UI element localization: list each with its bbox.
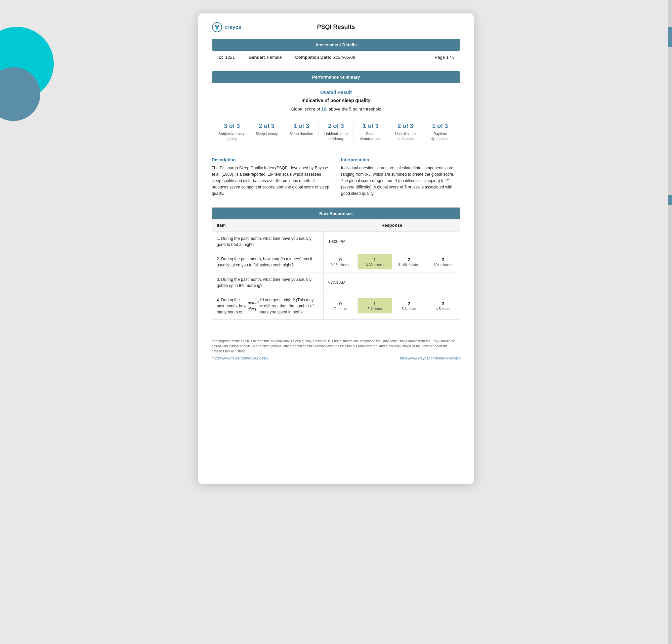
metric-label: Daytime dysfunction [431, 132, 449, 141]
interpretation-text: Individual question scores are calculate… [341, 165, 460, 197]
privacy-link[interactable]: https://www.creyos.com/privacy-policy [212, 356, 268, 360]
response-option: 1 16-30 minutes [358, 254, 392, 269]
table-header-row: Item Response [212, 219, 460, 231]
th-item: Item [212, 219, 324, 231]
table-cell-item: 3. During the past month, what time have… [212, 272, 324, 293]
option-label: 60+ minutes [434, 263, 452, 267]
global-score-line: Global score of 12, above the 5 point th… [217, 107, 455, 111]
id-value: 1221 [225, 55, 235, 60]
assessment-id-field: ID: 1221 [217, 55, 235, 60]
metric-score: 1 of 3 [426, 123, 455, 130]
option-num: 0 [339, 257, 342, 263]
metric-label: Sleep duration [289, 132, 313, 136]
metric-score: 1 of 3 [356, 123, 385, 130]
table-cell-item: 1. During the past month, what time have… [212, 231, 324, 252]
raw-responses-box: Raw Responses Item Response 1. During th… [212, 207, 460, 319]
interpretation-col: Interpretation Individual question score… [341, 157, 460, 197]
performance-summary-box: Performance Summary Overall Result Indic… [212, 71, 460, 147]
metric-item: 2 of 3 Sleep latency [249, 123, 284, 136]
assessment-gender-field: Gender: Female [248, 55, 281, 60]
scrollbar-thumb[interactable] [668, 27, 672, 47]
metric-score: 2 of 3 [322, 123, 350, 130]
table-cell-response: 0 7+ hours 1 6-7 hours 2 5-6 hours 3 < 5… [324, 293, 460, 319]
table-row: 2. During the past month, how long (in m… [212, 252, 460, 272]
option-label: 0-15 minutes [331, 263, 350, 267]
response-option: 1 6-7 hours [358, 298, 392, 314]
overall-result-title: Overall Result [217, 90, 455, 95]
logo-text: creyos [225, 24, 242, 30]
footer-links: https://www.creyos.com/privacy-policy ht… [212, 356, 460, 360]
metric-label: Sleep latency [255, 132, 277, 136]
response-option: 2 5-6 hours [392, 298, 427, 314]
scrollbar-thumb-2[interactable] [668, 195, 672, 205]
page-header: creyos PSQI Results [212, 24, 460, 31]
response-option: 2 31-60 minutes [392, 254, 427, 269]
metric-item: 1 of 3 Daytime dysfunction [423, 123, 457, 142]
id-label: ID: [217, 55, 223, 60]
gender-label: Gender: [248, 55, 265, 60]
table-cell-response: 07:11 AM [324, 272, 460, 293]
performance-section-bar: Performance Summary [212, 71, 460, 83]
metric-score: 1 of 3 [287, 123, 316, 130]
metric-item: 2 of 3 Use of sleep medication [388, 123, 423, 142]
overall-result-subtitle: Indicative of poor sleep quality [217, 98, 455, 103]
response-option: 3 < 5 hours [426, 298, 460, 314]
option-num: 3 [442, 301, 445, 306]
response-option: 0 7+ hours [324, 298, 358, 314]
metric-item: 3 of 3 Subjective sleep quality [215, 123, 249, 142]
option-label: < 5 hours [436, 307, 450, 311]
terms-link[interactable]: https://www.creyos.com/terms-of-service [400, 356, 460, 360]
metric-score: 2 of 3 [252, 123, 281, 130]
table-cell-item: 2. During the past month, how long (in m… [212, 252, 324, 272]
metric-item: 2 of 3 Habitual sleep efficiency [319, 123, 353, 142]
page-num-field: Page 1 / 3 [435, 55, 455, 60]
option-num: 0 [339, 301, 342, 306]
table-row: 4. During the past month, how many hours… [212, 293, 460, 319]
assessment-row: ID: 1221 Gender: Female Completion Date:… [212, 51, 460, 64]
completion-value: 2024/05/09 [333, 55, 355, 60]
metric-item: 1 of 3 Sleep disturbances [353, 123, 388, 142]
table-cell-response: 10:00 PM [324, 231, 460, 252]
option-label: 7+ hours [334, 307, 347, 311]
gender-value: Female [267, 55, 281, 60]
response-option: 3 60+ minutes [426, 254, 460, 269]
response-options: 0 0-15 minutes 1 16-30 minutes 2 31-60 m… [324, 254, 460, 269]
page-title: PSQI Results [317, 24, 355, 31]
option-num: 2 [408, 257, 410, 263]
response-options: 0 7+ hours 1 6-7 hours 2 5-6 hours 3 < 5… [324, 298, 460, 314]
desc-interp-section: Description The Pittsburgh Sleep Quality… [212, 154, 460, 201]
global-score-value: 12 [321, 107, 326, 111]
option-label: 16-30 minutes [364, 263, 385, 267]
logo-area: creyos [212, 22, 242, 33]
option-label: 31-60 minutes [398, 263, 419, 267]
metric-score: 3 of 3 [217, 123, 246, 130]
footer-text: The purpose of the PSQI is to measure an… [212, 339, 460, 354]
overall-result-section: Overall Result Indicative of poor sleep … [212, 83, 460, 117]
metrics-row: 3 of 3 Subjective sleep quality 2 of 3 S… [212, 117, 460, 147]
page-num: Page 1 / 3 [435, 55, 455, 60]
metric-label: Sleep disturbances [360, 132, 381, 141]
completion-label: Completion Date: [295, 55, 331, 60]
interpretation-title: Interpretation [341, 157, 460, 162]
metric-label: Subjective sleep quality [218, 132, 245, 141]
description-title: Description [212, 157, 331, 162]
option-label: 6-7 hours [368, 307, 382, 311]
option-num: 2 [408, 301, 410, 306]
footer-disclaimer: The purpose of the PSQI is to measure an… [212, 333, 460, 360]
table-cell-response: 0 0-15 minutes 1 16-30 minutes 2 31-60 m… [324, 252, 460, 272]
description-col: Description The Pittsburgh Sleep Quality… [212, 157, 331, 197]
metric-label: Habitual sleep efficiency [324, 132, 348, 141]
svg-point-0 [212, 23, 222, 32]
option-label: 5-6 hours [402, 307, 416, 311]
option-num: 1 [373, 301, 376, 306]
table-body: 1. During the past month, what time have… [212, 231, 460, 319]
creyos-logo-icon [212, 22, 223, 33]
table-row: 3. During the past month, what time have… [212, 272, 460, 293]
raw-responses-section-bar: Raw Responses [212, 208, 460, 219]
metric-score: 2 of 3 [391, 123, 420, 130]
assessment-section-bar: Assessment Details [212, 39, 460, 51]
description-text: The Pittsburgh Sleep Quality Index (PSQI… [212, 165, 331, 197]
global-score-suffix: , above the 5 point threshold [326, 107, 381, 111]
option-num: 3 [442, 257, 445, 263]
scrollbar-track[interactable] [668, 0, 672, 644]
